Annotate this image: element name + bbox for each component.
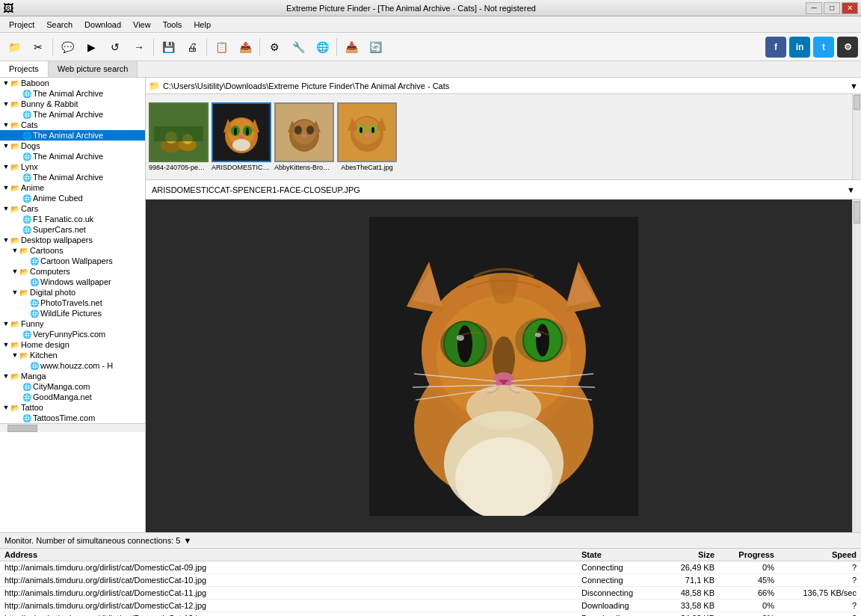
- expand-icon: ▼: [10, 289, 19, 296]
- tree-item-baboon[interactable]: ▼ 📂 Baboon: [0, 78, 145, 88]
- menu-help[interactable]: Help: [188, 19, 217, 31]
- menu-download[interactable]: Download: [78, 19, 127, 31]
- tree-item-baboon-archive[interactable]: 🌐 The Animal Archive: [0, 88, 145, 99]
- monitor-dropdown[interactable]: ▼: [183, 536, 191, 545]
- tree-item-anime[interactable]: ▼ 📂 Anime: [0, 182, 145, 193]
- dl-row-1[interactable]: http://animals.timduru.org/dirlist/cat/D…: [0, 574, 861, 587]
- thumb-img-4[interactable]: [337, 102, 397, 162]
- tree-label: Computers: [30, 267, 70, 276]
- sidebar-hscroll[interactable]: [0, 423, 145, 432]
- expand-icon: ▼: [1, 372, 10, 380]
- tree-item-bunny[interactable]: ▼ 📂 Bunny & Rabbit: [0, 99, 145, 109]
- tb-print[interactable]: 🖨: [181, 36, 203, 58]
- col-header-progress: Progress: [719, 550, 779, 559]
- thumb-vscroll[interactable]: [852, 94, 861, 179]
- tree-item-manga[interactable]: ▼ 📂 Manga: [0, 371, 145, 381]
- dl-row-2[interactable]: http://animals.timduru.org/dirlist/cat/D…: [0, 587, 861, 600]
- dl-speed-1: ?: [779, 576, 861, 585]
- tab-projects[interactable]: Projects: [0, 61, 49, 77]
- tree-item-desktop[interactable]: ▼ 📂 Desktop wallpapers: [0, 235, 145, 245]
- tb-settings[interactable]: ⚙: [263, 36, 286, 58]
- tree-item-dogs-archive[interactable]: 🌐 The Animal Archive: [0, 151, 145, 161]
- tab-web-search[interactable]: Web picture search: [49, 61, 138, 77]
- dl-row-3[interactable]: http://animals.timduru.org/dirlist/cat/D…: [0, 600, 861, 612]
- tree-item-cartoons[interactable]: ▼ 📂 Cartoons: [0, 245, 145, 256]
- tree-item-anime-cubed[interactable]: 🌐 Anime Cubed: [0, 193, 145, 203]
- tree-label: VeryFunnyPics.com: [33, 330, 105, 339]
- tree-item-cartoon-wp[interactable]: 🌐 Cartoon Wallpapers: [0, 256, 145, 266]
- github-button[interactable]: ⚙: [837, 37, 858, 58]
- tree-item-lynx-archive[interactable]: 🌐 The Animal Archive: [0, 172, 145, 182]
- tb-forward[interactable]: →: [128, 36, 150, 58]
- tree-item-houzz[interactable]: 🌐 www.houzz.com - H: [0, 360, 145, 371]
- dl-row-0[interactable]: http://animals.timduru.org/dirlist/cat/D…: [0, 561, 861, 574]
- tree-item-bunny-archive[interactable]: 🌐 The Animal Archive: [0, 109, 145, 120]
- col-header-address: Address: [0, 550, 577, 559]
- window-controls: ─ □ ✕: [806, 2, 858, 14]
- tb-refresh[interactable]: ↺: [104, 36, 126, 58]
- close-button[interactable]: ✕: [842, 2, 858, 14]
- tb-clipboard[interactable]: 📋: [210, 36, 232, 58]
- tree-item-computers[interactable]: ▼ 📂 Computers: [0, 266, 145, 277]
- facebook-button[interactable]: f: [765, 37, 786, 58]
- twitter-button[interactable]: t: [813, 37, 834, 58]
- tree-item-funny-pics[interactable]: 🌐 VeryFunnyPics.com: [0, 329, 145, 339]
- tb-web[interactable]: 🌐: [311, 36, 333, 58]
- tb-cut[interactable]: ✂: [27, 36, 49, 58]
- tree-item-tattoos-time[interactable]: 🌐 TattoosTime.com: [0, 413, 145, 423]
- tree-item-cats[interactable]: ▼ 📂 Cats: [0, 120, 145, 130]
- tb-msg[interactable]: 💬: [56, 36, 78, 58]
- tree-item-f1[interactable]: 🌐 F1 Fanatic.co.uk: [0, 214, 145, 224]
- tree-label: Home design: [21, 340, 70, 349]
- tb-tools[interactable]: 🔧: [287, 36, 309, 58]
- tree-item-home[interactable]: ▼ 📂 Home design: [0, 339, 145, 350]
- menu-project[interactable]: Project: [3, 19, 40, 31]
- tree-item-good-manga[interactable]: 🌐 GoodManga.net: [0, 392, 145, 402]
- tb-play[interactable]: ▶: [80, 36, 102, 58]
- path-dropdown-icon[interactable]: ▼: [850, 81, 858, 90]
- tree-item-city-manga[interactable]: 🌐 CityManga.com: [0, 381, 145, 392]
- tb-extra1[interactable]: 📥: [340, 36, 362, 58]
- tree-item-dogs[interactable]: ▼ 📂 Dogs: [0, 141, 145, 151]
- tree-item-lynx[interactable]: ▼ 📂 Lynx: [0, 161, 145, 172]
- maximize-button[interactable]: □: [824, 2, 840, 14]
- svg-point-50: [536, 324, 549, 357]
- tree-label: Cats: [21, 120, 38, 129]
- thumbnail-strip: 9984-240705-pebbles-10l.jpg: [146, 94, 861, 180]
- tb-new[interactable]: 📁: [3, 36, 25, 58]
- tree-label: PhotoTravels.net: [40, 298, 102, 307]
- thumb-label-1: 9984-240705-pebbles-10l.jpg: [149, 164, 209, 171]
- thumbnail-4[interactable]: AbesTheCat1.jpg: [337, 102, 397, 171]
- tree-item-funny[interactable]: ▼ 📂 Funny: [0, 318, 145, 329]
- tb-extra2[interactable]: 🔄: [364, 36, 386, 58]
- expand-icon: [13, 90, 22, 97]
- linkedin-button[interactable]: in: [789, 37, 810, 58]
- menu-tools[interactable]: Tools: [157, 19, 188, 31]
- tree-item-cars[interactable]: ▼ 📂 Cars: [0, 203, 145, 214]
- thumbnail-2[interactable]: ARISDOMESTICCAT-SPENCER1-FACE-CLOSEUP.JP…: [212, 102, 271, 171]
- thumb-svg-1: [150, 104, 207, 161]
- tb-save[interactable]: 💾: [157, 36, 179, 58]
- tree-item-tattoo[interactable]: ▼ 📂 Tattoo: [0, 402, 145, 413]
- preview-vscroll[interactable]: [852, 200, 861, 532]
- menu-view[interactable]: View: [127, 19, 157, 31]
- thumb-img-2[interactable]: [212, 102, 271, 162]
- tree-item-supercars[interactable]: 🌐 SuperCars.net: [0, 224, 145, 235]
- tree-item-win-wp[interactable]: 🌐 Windows wallpaper: [0, 277, 145, 287]
- thumb-img-1[interactable]: [149, 102, 209, 162]
- tree-item-photo-travels[interactable]: 🌐 PhotoTravels.net: [0, 298, 145, 308]
- preview-dropdown[interactable]: ▼: [847, 185, 855, 194]
- thumb-img-3[interactable]: [274, 102, 334, 162]
- tree-item-cats-archive[interactable]: 🌐 The Animal Archive: [0, 130, 145, 141]
- tree-item-wildlife[interactable]: 🌐 WildLife Pictures: [0, 308, 145, 318]
- dl-row-4[interactable]: http://animals.timduru.org/dirlist/cat/D…: [0, 612, 861, 616]
- tree-item-kitchen[interactable]: ▼ 📂 Kitchen: [0, 350, 145, 360]
- menu-search[interactable]: Search: [40, 19, 78, 31]
- tb-export[interactable]: 📤: [234, 36, 256, 58]
- minimize-button[interactable]: ─: [806, 2, 822, 14]
- tree-item-digital[interactable]: ▼ 📂 Digital photo: [0, 287, 145, 298]
- thumbnail-3[interactable]: AbbyKittens-BrownDomesticCa...: [274, 102, 334, 171]
- thumbnail-1[interactable]: 9984-240705-pebbles-10l.jpg: [149, 102, 209, 171]
- download-table: Address State Size Progress Speed http:/…: [0, 549, 861, 616]
- tree-label: Lynx: [21, 162, 38, 171]
